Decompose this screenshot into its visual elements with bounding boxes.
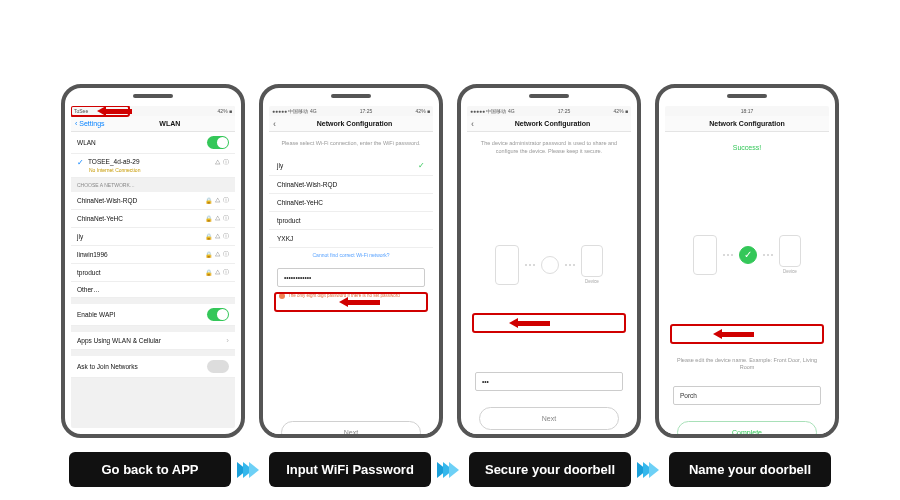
status-right: 42% ■: [416, 108, 430, 114]
wifi-list-item[interactable]: YXKJ: [269, 230, 433, 248]
status-bar: ●●●●● 中国移动 4G 17:25 42% ■: [269, 106, 433, 116]
speaker-slot: [331, 94, 371, 98]
toggle-off-icon[interactable]: [207, 360, 229, 373]
wifi-icon: ⧋: [215, 251, 220, 258]
network-row[interactable]: tproduct🔒⧋ⓘ: [71, 264, 235, 282]
info-icon[interactable]: ⓘ: [223, 250, 229, 259]
ask-join-row[interactable]: Ask to Join Networks: [71, 356, 235, 378]
back-button[interactable]: ‹: [273, 119, 276, 129]
nav-title: WLAN: [109, 120, 231, 127]
caption-4: Name your doorbell: [669, 452, 831, 487]
pairing-diagram: Device: [467, 163, 631, 366]
phone-2: ●●●●● 中国移动 4G 17:25 42% ■ ‹ Network Conf…: [259, 84, 443, 438]
pairing-node-icon: [541, 256, 559, 274]
arrow-icon: [339, 298, 380, 306]
phone-4: 18:17 Network Configuration Success! ✓ D…: [655, 84, 839, 438]
network-row[interactable]: ChinaNet-Wish-RQD🔒⧋ⓘ: [71, 192, 235, 210]
info-icon[interactable]: ⓘ: [223, 196, 229, 205]
network-row[interactable]: ChinaNet-YeHC🔒⧋ⓘ: [71, 210, 235, 228]
instruction-text: Please select Wi-Fi connection, enter th…: [269, 132, 433, 156]
status-right: 42% ■: [614, 108, 628, 114]
wifi-list-item[interactable]: ChinaNet-Wish-RQD: [269, 176, 433, 194]
enable-wapi-row[interactable]: Enable WAPI: [71, 304, 235, 326]
screen-1: ToSee 42% ■ ‹ Settings WLAN WLAN ✓TOSEE_…: [71, 106, 235, 428]
status-left: ●●●●● 中国移动 4G: [272, 108, 317, 114]
arrow-icon: [509, 319, 550, 327]
speaker-slot: [727, 94, 767, 98]
device-outline-icon: [779, 235, 801, 267]
connected-ssid: TOSEE_4d-a9-29: [88, 158, 215, 167]
step-chevron-icon: [641, 462, 659, 478]
step-chevron-icon: [441, 462, 459, 478]
lock-icon: 🔒: [205, 233, 212, 240]
next-button[interactable]: Next: [479, 407, 619, 430]
phone-outline-icon: [495, 245, 519, 285]
back-button[interactable]: ‹ Settings: [75, 120, 105, 127]
caption-1: Go back to APP: [69, 452, 231, 487]
hint-text: Please edit the device name. Example: Fr…: [665, 355, 829, 380]
chevron-left-icon: ‹: [75, 120, 77, 127]
info-icon[interactable]: ⓘ: [223, 232, 229, 241]
status-center: 17:25: [317, 108, 416, 114]
info-icon[interactable]: ⓘ: [223, 158, 229, 167]
toggle-on-icon[interactable]: [207, 308, 229, 321]
step-chevron-icon: [241, 462, 259, 478]
screen-4: 18:17 Network Configuration Success! ✓ D…: [665, 106, 829, 438]
chevron-right-icon: ›: [226, 336, 229, 345]
phone-row: ToSee 42% ■ ‹ Settings WLAN WLAN ✓TOSEE_…: [0, 0, 900, 438]
phone-1: ToSee 42% ■ ‹ Settings WLAN WLAN ✓TOSEE_…: [61, 84, 245, 438]
wifi-icon: ⧋: [215, 159, 220, 166]
wifi-list-item[interactable]: jly✓: [269, 156, 433, 176]
info-icon[interactable]: ⓘ: [223, 214, 229, 223]
status-bar: ToSee 42% ■: [71, 106, 235, 116]
wifi-icon: ⧋: [215, 233, 220, 240]
nav-bar: ‹ Settings WLAN: [71, 116, 235, 132]
success-diagram: ✓ Device: [665, 155, 829, 355]
lock-icon: 🔒: [205, 197, 212, 204]
next-button[interactable]: Next: [281, 421, 421, 438]
lock-icon: 🔒: [205, 215, 212, 222]
arrow-icon: [713, 330, 754, 338]
toggle-on-icon[interactable]: [207, 136, 229, 149]
status-left: ToSee: [74, 108, 88, 114]
complete-button[interactable]: Complete: [677, 421, 817, 438]
phone-outline-icon: [693, 235, 717, 275]
nav-bar: Network Configuration: [665, 116, 829, 132]
lock-icon: 🔒: [205, 251, 212, 258]
network-row[interactable]: jly🔒⧋ⓘ: [71, 228, 235, 246]
back-button[interactable]: ‹: [471, 119, 474, 129]
wifi-password-input[interactable]: ••••••••••••: [277, 268, 425, 287]
status-left: ●●●●● 中国移动 4G: [470, 108, 515, 114]
wifi-list-item[interactable]: tproduct: [269, 212, 433, 230]
success-check-icon: ✓: [739, 246, 757, 264]
nav-bar: ‹ Network Configuration: [467, 116, 631, 132]
checkmark-icon: ✓: [418, 161, 425, 170]
nav-bar: ‹ Network Configuration: [269, 116, 433, 132]
instruction-text: The device administrator password is use…: [467, 132, 631, 163]
status-bar: ●●●●● 中国移动 4G 17:25 42% ■: [467, 106, 631, 116]
arrow-icon: [97, 107, 132, 115]
help-link[interactable]: Cannot find correct Wi-Fi network?: [269, 248, 433, 262]
status-center: 17:25: [515, 108, 614, 114]
screen-3: ●●●●● 中国移动 4G 17:25 42% ■ ‹ Network Conf…: [467, 106, 631, 438]
info-icon[interactable]: ⓘ: [223, 268, 229, 277]
wifi-icon: ⧋: [215, 215, 220, 222]
screen-2: ●●●●● 中国移动 4G 17:25 42% ■ ‹ Network Conf…: [269, 106, 433, 438]
apps-using-row[interactable]: Apps Using WLAN & Cellular›: [71, 332, 235, 350]
speaker-slot: [529, 94, 569, 98]
wlan-toggle-row[interactable]: WLAN: [71, 132, 235, 154]
wifi-list-item[interactable]: ChinaNet-YeHC: [269, 194, 433, 212]
status-center: 18:17: [668, 108, 826, 114]
admin-password-input[interactable]: •••: [475, 372, 623, 391]
device-outline-icon: [581, 245, 603, 277]
connected-network-row[interactable]: ✓TOSEE_4d-a9-29⧋ⓘ No Internet Connection: [71, 154, 235, 178]
nav-title: Network Configuration: [280, 120, 429, 127]
caption-3: Secure your doorbell: [469, 452, 631, 487]
status-bar: 18:17: [665, 106, 829, 116]
status-right: 42% ■: [218, 108, 232, 114]
network-row-other[interactable]: Other…: [71, 282, 235, 298]
device-name-input[interactable]: Porch: [673, 386, 821, 405]
wifi-icon: ⧋: [215, 197, 220, 204]
network-row[interactable]: linwin1996🔒⧋ⓘ: [71, 246, 235, 264]
caption-2: Input WiFi Password: [269, 452, 431, 487]
